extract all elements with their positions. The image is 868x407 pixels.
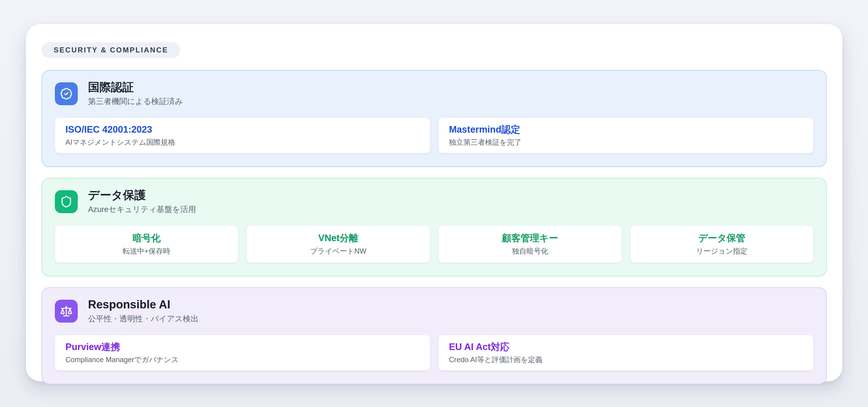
section-subtitle: Azureセキュリティ基盤を活用	[88, 204, 196, 215]
card-subtitle: 独立第三者検証を完了	[449, 138, 803, 147]
section-international-certification: 国際認証 第三者機関による検証済み ISO/IEC 42001:2023 AIマ…	[41, 70, 827, 167]
card-iso-42001: ISO/IEC 42001:2023 AIマネジメントシステム国際規格	[55, 118, 430, 153]
section-responsible-ai: Responsible AI 公平性・透明性・バイアス検出 Purview連携 …	[41, 287, 827, 384]
section-header-text: データ保護 Azureセキュリティ基盤を活用	[88, 189, 196, 215]
card-title: ISO/IEC 42001:2023	[65, 124, 420, 136]
card-title: データ保管	[637, 232, 807, 244]
card-subtitle: Credo AI等と評価計画を定義	[449, 355, 803, 364]
section-badge: SECURITY & COMPLIANCE	[41, 42, 180, 58]
section-header-text: Responsible AI 公平性・透明性・バイアス検出	[88, 298, 198, 324]
card-subtitle: 独自暗号化	[445, 247, 615, 256]
card-title: 顧客管理キー	[445, 232, 615, 244]
card-subtitle: AIマネジメントシステム国際規格	[65, 138, 420, 147]
security-compliance-panel: SECURITY & COMPLIANCE 国際認証 第三者機関による検証済み …	[26, 24, 842, 381]
card-title: VNet分離	[253, 232, 424, 244]
section-header-text: 国際認証 第三者機関による検証済み	[88, 81, 183, 107]
card-title: Purview連携	[65, 341, 420, 353]
section-title: 国際認証	[88, 81, 183, 94]
card-customer-managed-key: 顧客管理キー 独自暗号化	[438, 225, 622, 262]
card-title: 暗号化	[61, 232, 232, 244]
section-data-protection: データ保護 Azureセキュリティ基盤を活用 暗号化 転送中+保存時 VNet分…	[41, 178, 827, 276]
card-subtitle: Compliance Managerでガバナンス	[65, 355, 420, 364]
card-subtitle: 転送中+保存時	[61, 247, 232, 256]
card-title: EU AI Act対応	[449, 341, 803, 353]
slide-page: SECURITY & COMPLIANCE 国際認証 第三者機関による検証済み …	[0, 0, 868, 407]
card-purview: Purview連携 Compliance Managerでガバナンス	[55, 335, 430, 371]
card-title: Mastermind認定	[449, 124, 803, 136]
card-grid: 暗号化 転送中+保存時 VNet分離 プライベートNW 顧客管理キー 独自暗号化…	[55, 225, 813, 262]
shield-icon	[55, 190, 78, 213]
card-eu-ai-act: EU AI Act対応 Credo AI等と評価計画を定義	[438, 335, 814, 371]
card-vnet-isolation: VNet分離 プライベートNW	[247, 225, 430, 262]
section-header: 国際認証 第三者機関による検証済み	[55, 81, 813, 107]
section-title: Responsible AI	[88, 298, 198, 311]
scales-icon	[55, 300, 78, 322]
card-encryption: 暗号化 転送中+保存時	[55, 225, 238, 262]
section-header: Responsible AI 公平性・透明性・バイアス検出	[55, 298, 813, 324]
badge-check-icon	[55, 82, 78, 105]
card-mastermind: Mastermind認定 独立第三者検証を完了	[438, 118, 814, 153]
card-subtitle: プライベートNW	[253, 247, 424, 256]
section-subtitle: 第三者機関による検証済み	[88, 96, 183, 107]
card-grid: Purview連携 Compliance Managerでガバナンス EU AI…	[55, 335, 813, 371]
section-header: データ保護 Azureセキュリティ基盤を活用	[55, 189, 813, 215]
section-subtitle: 公平性・透明性・バイアス検出	[88, 314, 198, 324]
card-subtitle: リージョン指定	[637, 247, 807, 256]
card-grid: ISO/IEC 42001:2023 AIマネジメントシステム国際規格 Mast…	[55, 118, 813, 153]
card-data-residency: データ保管 リージョン指定	[630, 225, 813, 262]
section-title: データ保護	[88, 189, 196, 202]
